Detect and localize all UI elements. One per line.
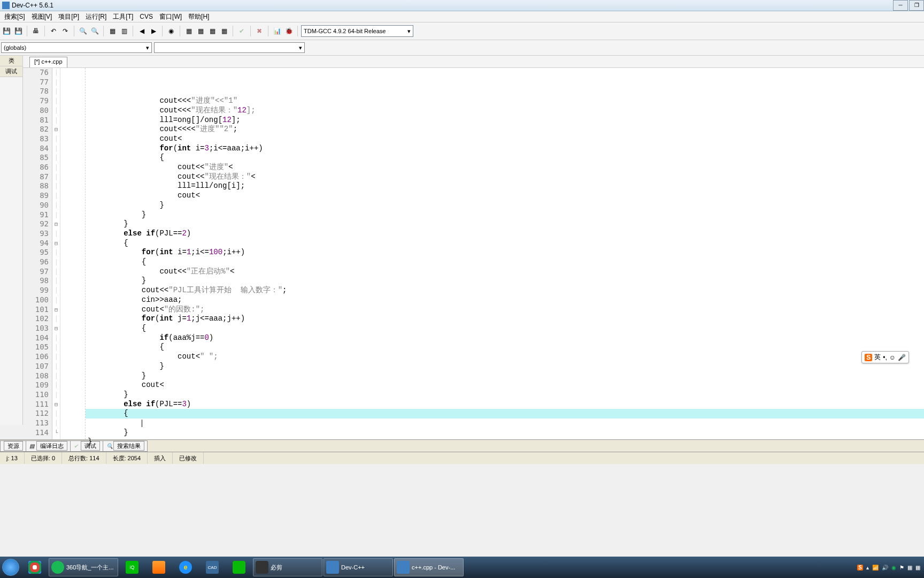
iqiyi-icon: iQ xyxy=(126,561,138,574)
document-tab[interactable]: [*] c++.cpp xyxy=(29,57,67,67)
bijian-icon xyxy=(256,561,268,574)
chevron-down-icon: ▾ xyxy=(299,44,302,51)
taskbar-pinned-cad[interactable]: CAD xyxy=(199,559,225,576)
margin-column xyxy=(60,68,86,439)
left-tab-class[interactable]: 类 xyxy=(0,56,22,66)
taskbar-pinned-ie[interactable]: e xyxy=(173,559,198,576)
chrome-icon xyxy=(28,561,41,574)
start-button[interactable] xyxy=(0,557,21,578)
document-tab-bar: [*] c++.cpp xyxy=(23,56,924,68)
print-button[interactable]: 🖶 xyxy=(30,26,41,36)
tb-fwd[interactable]: ▶ xyxy=(148,26,159,36)
debug-button[interactable]: 🐞 xyxy=(283,26,294,36)
tb-btn-1[interactable]: ▦ xyxy=(107,26,118,36)
undo-button[interactable]: ↶ xyxy=(48,26,59,36)
devcpp-icon xyxy=(397,561,410,574)
status-selected: 已选择: 0 xyxy=(25,452,62,464)
tray-speaker-icon[interactable]: 🔊 xyxy=(882,565,888,571)
tray-sogou-icon[interactable]: S xyxy=(857,565,863,571)
taskbar-item-bijian[interactable]: 必剪 xyxy=(253,558,322,576)
status-modified: 已修改 xyxy=(173,452,204,464)
menu-search[interactable]: 搜索[S] xyxy=(1,11,28,22)
run-button[interactable]: ▦ xyxy=(195,26,206,36)
cad-icon: CAD xyxy=(206,561,219,574)
taskbar-pinned-app[interactable] xyxy=(146,559,172,576)
title-bar: Dev-C++ 5.6.1 ─ ❐ xyxy=(0,0,924,11)
rebuild-button[interactable]: ▦ xyxy=(219,26,229,36)
status-bar: j: 13 已选择: 0 总行数: 114 长度: 2054 插入 已修改 xyxy=(0,452,924,464)
tray-flag-icon[interactable]: ⚑ xyxy=(899,565,904,571)
member-select[interactable]: ▾ xyxy=(154,42,305,53)
debug-x-icon[interactable]: ✖ xyxy=(254,26,265,36)
left-panel: 类 调试 xyxy=(0,56,23,425)
menu-help[interactable]: 帮助[H] xyxy=(185,11,212,22)
save-button[interactable]: 💾 xyxy=(1,26,12,36)
taskbar-item-360[interactable]: 360导航_一个主... xyxy=(49,558,118,576)
tray-app-icon[interactable]: ▦ xyxy=(907,565,912,571)
tray-up-icon[interactable]: ▴ xyxy=(866,565,869,571)
tb-back[interactable]: ◀ xyxy=(136,26,147,36)
taskbar-pinned-iqiyi[interactable]: iQ xyxy=(119,559,145,576)
tb-bookmark[interactable]: ◉ xyxy=(166,26,176,36)
compile-run-button[interactable]: ▦ xyxy=(207,26,218,36)
tray-net-icon[interactable]: 📶 xyxy=(872,565,879,571)
code-editor[interactable]: 7677787980818283848586878889909192939495… xyxy=(23,68,924,439)
system-tray[interactable]: S ▴ 📶 🔊 ◉ ⚑ ▦ ▦ xyxy=(853,565,924,571)
saveall-button[interactable]: 💾 xyxy=(13,26,24,36)
compile-button[interactable]: ▦ xyxy=(183,26,194,36)
windows-orb-icon xyxy=(2,559,19,576)
bottom-tab-resources[interactable]: 资源 xyxy=(0,440,26,452)
taskbar-pinned-wechat[interactable] xyxy=(226,559,252,576)
app-icon xyxy=(2,2,10,9)
maximize-button[interactable]: ❐ xyxy=(909,0,924,11)
menu-tools[interactable]: 工具[T] xyxy=(110,11,136,22)
ie-icon: e xyxy=(179,561,192,574)
tray-shield-icon[interactable]: ◉ xyxy=(891,565,896,571)
find-button[interactable]: 🔍 xyxy=(78,26,88,36)
replace-button[interactable]: 🔍 xyxy=(89,26,100,36)
menu-run[interactable]: 运行[R] xyxy=(82,11,110,22)
app-title: Dev-C++ 5.6.1 xyxy=(12,0,53,11)
redo-button[interactable]: ↷ xyxy=(60,26,71,36)
devcpp-icon xyxy=(326,561,339,574)
chevron-down-icon: ▾ xyxy=(146,44,149,51)
compiler-select-value: TDM-GCC 4.9.2 64-bit Release xyxy=(304,28,386,34)
debug-ok-icon[interactable]: ✔ xyxy=(236,26,247,36)
taskbar: 360导航_一个主... iQ e CAD 必剪 Dev-C++ c++.cpp… xyxy=(0,557,924,578)
fold-column[interactable]: ││││││⊟│││││││││⊟│⊟││││││⊟│⊟│││││││⊟││└ xyxy=(52,68,60,439)
360-icon xyxy=(51,561,64,574)
class-browser-bar: (globals)▾ ▾ xyxy=(0,40,924,56)
status-total-lines: 总行数: 114 xyxy=(62,452,106,464)
taskbar-item-devcpp-active[interactable]: c++.cpp - Dev-... xyxy=(394,558,464,576)
line-gutter: 7677787980818283848586878889909192939495… xyxy=(23,68,52,439)
app-icon xyxy=(152,561,165,574)
menu-view[interactable]: 视图[V] xyxy=(28,11,56,22)
taskbar-pinned-chrome[interactable] xyxy=(22,559,48,576)
tb-btn-2[interactable]: ▥ xyxy=(119,26,129,36)
profile-button[interactable]: 📊 xyxy=(272,26,282,36)
scope-select-value: (globals) xyxy=(4,44,26,51)
taskbar-item-devcpp[interactable]: Dev-C++ xyxy=(324,558,393,576)
menu-project[interactable]: 项目[P] xyxy=(55,11,82,22)
main-toolbar: 💾 💾 🖶 ↶ ↷ 🔍 🔍 ▦ ▥ ◀ ▶ ◉ ▦ ▦ ▦ ▦ ✔ ✖ 📊 🐞 … xyxy=(0,22,924,40)
wechat-icon xyxy=(233,561,245,574)
menu-window[interactable]: 窗口[W] xyxy=(156,11,185,22)
status-col: j: 13 xyxy=(0,452,25,464)
scope-select[interactable]: (globals)▾ xyxy=(1,42,152,53)
left-tab-debug[interactable]: 调试 xyxy=(0,66,22,77)
code-area[interactable]: cout<<<"进度"<<"1" cout<<<"现在结果："12]; lll=… xyxy=(86,68,924,439)
minimize-button[interactable]: ─ xyxy=(893,0,908,11)
compiler-select[interactable]: TDM-GCC 4.9.2 64-bit Release▾ xyxy=(301,25,413,37)
menu-cvs[interactable]: CVS xyxy=(136,11,156,22)
status-mode: 插入 xyxy=(148,452,173,464)
menu-bar: 搜索[S] 视图[V] 项目[P] 运行[R] 工具[T] CVS 窗口[W] … xyxy=(0,11,924,22)
chevron-down-icon: ▾ xyxy=(407,28,411,35)
tray-app2-icon[interactable]: ▦ xyxy=(915,565,920,571)
bottom-tab-compilelog[interactable]: ▤编译日志 xyxy=(26,440,71,452)
status-length: 长度: 2054 xyxy=(106,452,148,464)
